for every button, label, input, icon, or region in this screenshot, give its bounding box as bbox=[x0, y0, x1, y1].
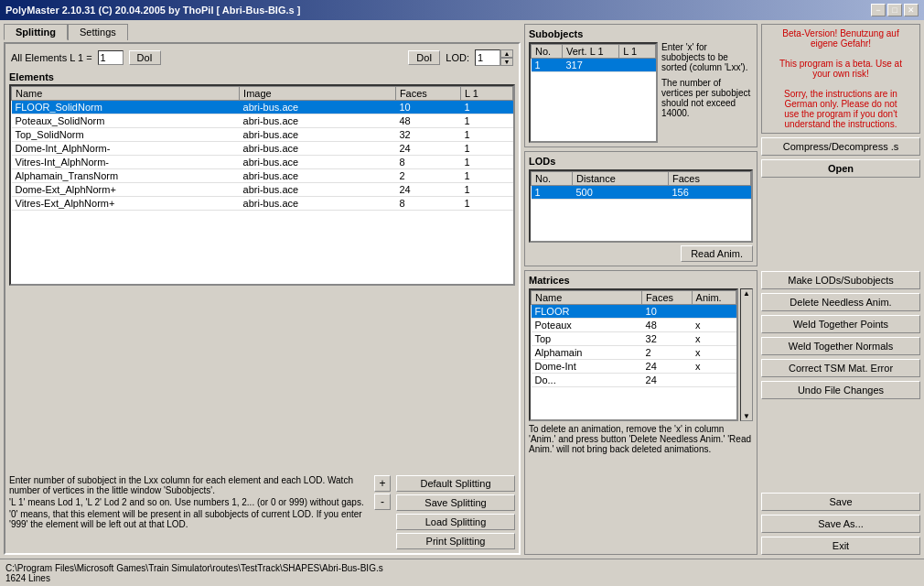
lods-table-container[interactable]: No. Distance Faces 1 500 156 bbox=[529, 169, 753, 243]
maximize-button[interactable]: □ bbox=[887, 4, 902, 16]
cell-faces: 10 bbox=[395, 101, 460, 114]
cell-faces: 48 bbox=[642, 319, 692, 332]
tab-content: All Elements L 1 = DoI DoI LOD: ▲ ▼ Elem… bbox=[4, 42, 521, 555]
title-bar: PolyMaster 2.10.31 (C) 20.04.2005 by Tho… bbox=[0, 0, 924, 20]
table-row[interactable]: Dome-Int 24 x bbox=[532, 360, 736, 374]
cell-name: Vitres-Ext_AlphNorm+ bbox=[12, 197, 240, 211]
doi-button2[interactable]: DoI bbox=[408, 50, 440, 65]
cell-name: FLOOR bbox=[532, 305, 642, 319]
read-anim-button[interactable]: Read Anim. bbox=[681, 245, 753, 262]
table-row[interactable]: Dome-Ext_AlphNorm+ abri-bus.ace 24 1 bbox=[12, 183, 513, 197]
lod-spin-up[interactable]: ▲ bbox=[500, 49, 513, 58]
cell-faces: 10 bbox=[642, 305, 692, 319]
cell-faces: 32 bbox=[642, 332, 692, 346]
table-row[interactable]: Top 32 x bbox=[532, 332, 736, 346]
cell-name: Poteaux_SolidNorm bbox=[12, 114, 240, 128]
right-panel: Beta-Version! Benutzung auf eigene Gefah… bbox=[761, 24, 920, 555]
table-row[interactable]: Vitres-Ext_AlphNorm+ abri-bus.ace 8 1 bbox=[12, 197, 513, 211]
table-row[interactable]: Poteaux_SolidNorm abri-bus.ace 48 1 bbox=[12, 114, 513, 128]
tab-settings[interactable]: Settings bbox=[68, 24, 128, 40]
print-splitting-button[interactable]: Print Splitting bbox=[396, 533, 515, 549]
cell-name: Dome-Int_AlphNorm- bbox=[12, 142, 240, 156]
table-row[interactable]: FLOOR_SolidNorm abri-bus.ace 10 1 bbox=[12, 101, 513, 114]
elements-table-container[interactable]: Name Image Faces L 1 FLOOR_SolidNorm abr… bbox=[9, 84, 515, 286]
make-lods-button[interactable]: Make LODs/Subobjects bbox=[761, 271, 920, 289]
beta-line8: German only. Please do not bbox=[766, 99, 916, 109]
beta-notice: Beta-Version! Benutzung auf eigene Gefah… bbox=[761, 24, 920, 134]
scroll-up[interactable]: ▲ bbox=[743, 289, 750, 298]
beta-line5: your own risk! bbox=[766, 69, 916, 79]
cell-image: abri-bus.ace bbox=[240, 169, 396, 183]
correct-tsm-button[interactable]: Correct TSM Mat. Error bbox=[761, 359, 920, 377]
subobjects-hints: Enter 'x' for subobjects to be sorted (c… bbox=[661, 42, 753, 143]
table-row[interactable]: Dome-Int_AlphNorm- abri-bus.ace 24 1 bbox=[12, 142, 513, 156]
cell-image: abri-bus.ace bbox=[240, 128, 396, 142]
info-text-3: '0' means, that this element will be pre… bbox=[9, 509, 369, 529]
save-as-button[interactable]: Save As... bbox=[761, 515, 920, 533]
col-l1: L 1 bbox=[461, 87, 513, 101]
doi-button[interactable]: DoI bbox=[129, 50, 161, 65]
cell-faces: 24 bbox=[642, 374, 692, 387]
cell-image: abri-bus.ace bbox=[240, 156, 396, 169]
cell-image: abri-bus.ace bbox=[240, 114, 396, 128]
all-elements-input[interactable] bbox=[98, 50, 124, 65]
weld-normals-button[interactable]: Weld Together Normals bbox=[761, 337, 920, 355]
minimize-button[interactable]: − bbox=[871, 4, 886, 16]
beta-line2: eigene Gefahr! bbox=[766, 38, 916, 49]
beta-line1: Beta-Version! Benutzung auf bbox=[766, 28, 916, 38]
table-row[interactable]: Alphamain_TransNorm abri-bus.ace 2 1 bbox=[12, 169, 513, 183]
table-row[interactable]: Poteaux 48 x bbox=[532, 319, 736, 332]
weld-points-button[interactable]: Weld Together Points bbox=[761, 315, 920, 333]
cell-anim: x bbox=[692, 360, 736, 374]
table-row[interactable]: 1 317 bbox=[532, 59, 656, 72]
lods-label: LODs bbox=[529, 156, 753, 167]
lod-col-distance: Distance bbox=[573, 172, 669, 186]
status-path: C:\Program Files\Microsoft Games\Train S… bbox=[5, 563, 919, 573]
cell-l1: 1 bbox=[461, 101, 513, 114]
scroll-down[interactable]: ▼ bbox=[743, 412, 750, 420]
sub-col-vert: Vert. L 1 bbox=[563, 45, 619, 59]
lod-input[interactable] bbox=[475, 49, 500, 66]
cell-name: Top_SolidNorm bbox=[12, 128, 240, 142]
lod-spin-down[interactable]: ▼ bbox=[500, 58, 513, 66]
undo-file-button[interactable]: Undo File Changes bbox=[761, 381, 920, 399]
compress-button[interactable]: Compress/Decompress .s bbox=[761, 137, 920, 156]
lods-table: No. Distance Faces 1 500 156 bbox=[531, 171, 751, 200]
close-button[interactable]: ✕ bbox=[904, 4, 919, 16]
save-splitting-button[interactable]: Save Splitting bbox=[396, 494, 515, 511]
cell-faces: 32 bbox=[395, 128, 460, 142]
plus-button[interactable]: + bbox=[374, 475, 391, 492]
cell-faces: 8 bbox=[395, 197, 460, 211]
cell-image: abri-bus.ace bbox=[240, 142, 396, 156]
cell-l1 bbox=[619, 59, 656, 72]
cell-faces: 24 bbox=[395, 183, 460, 197]
minus-button[interactable]: - bbox=[374, 494, 391, 510]
cell-l1: 1 bbox=[461, 197, 513, 211]
table-row[interactable]: Top_SolidNorm abri-bus.ace 32 1 bbox=[12, 128, 513, 142]
top-controls: All Elements L 1 = DoI DoI LOD: ▲ ▼ bbox=[9, 48, 515, 68]
matrices-scrollbar[interactable]: ▲ ▼ bbox=[740, 288, 753, 421]
cell-name: Alphamain_TransNorm bbox=[12, 169, 240, 183]
delete-needless-button[interactable]: Delete Needless Anim. bbox=[761, 293, 920, 311]
middle-panel: Subobjects No. Vert. L 1 L 1 bbox=[524, 24, 757, 555]
table-row[interactable]: FLOOR 10 bbox=[532, 305, 736, 319]
save-button[interactable]: Save bbox=[761, 493, 920, 511]
lod-label: LOD: bbox=[446, 52, 469, 63]
beta-line9: use the program if you don't bbox=[766, 109, 916, 119]
table-row[interactable]: Vitres-Int_AlphNorm- abri-bus.ace 8 1 bbox=[12, 156, 513, 169]
subobjects-table-container[interactable]: No. Vert. L 1 L 1 1 317 bbox=[529, 42, 658, 143]
table-row[interactable]: Do... 24 bbox=[532, 374, 736, 387]
default-splitting-button[interactable]: Default Splitting bbox=[396, 475, 515, 492]
load-splitting-button[interactable]: Load Splitting bbox=[396, 514, 515, 530]
open-button[interactable]: Open bbox=[761, 159, 920, 178]
cell-name: Dome-Ext_AlphNorm+ bbox=[12, 183, 240, 197]
cell-faces: 48 bbox=[395, 114, 460, 128]
mat-col-faces: Faces bbox=[642, 291, 692, 305]
tab-splitting[interactable]: Splitting bbox=[4, 24, 68, 40]
table-row[interactable]: Alphamain 2 x bbox=[532, 346, 736, 360]
matrices-table-container[interactable]: Name Faces Anim. FLOOR 10 Poteaux 48 xTo… bbox=[529, 288, 738, 421]
table-row[interactable]: 1 500 156 bbox=[532, 186, 751, 200]
cell-image: abri-bus.ace bbox=[240, 183, 396, 197]
exit-button[interactable]: Exit bbox=[761, 537, 920, 555]
info-text-area: Enter number of subobject in the Lxx col… bbox=[9, 475, 369, 529]
